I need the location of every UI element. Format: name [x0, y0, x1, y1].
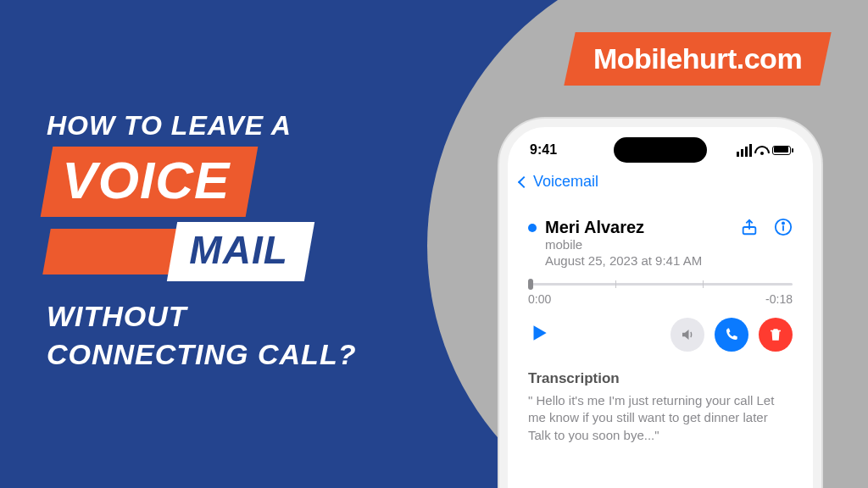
headline-line1: How to leave a [47, 110, 356, 141]
caller-source: mobile [545, 237, 702, 252]
headline-line5: connecting call? [47, 338, 356, 371]
brand-badge: Mobilehurt.com [564, 32, 832, 86]
back-button[interactable]: Voicemail [508, 164, 813, 194]
transcription-body: " Hello it's me I'm just returning your … [528, 392, 793, 444]
headline-mail-box: Mail [167, 222, 315, 281]
voicemail-header: Meri Alvarez mobile August 25, 2023 at 9… [528, 218, 793, 268]
headline-voice: Voice [62, 150, 230, 210]
battery-icon [772, 146, 791, 155]
chevron-left-icon [518, 175, 530, 187]
back-label: Voicemail [533, 173, 598, 191]
caller-name: Meri Alvarez [545, 218, 702, 237]
headline: How to leave a Voice Mail without connec… [47, 110, 356, 371]
voicemail-card: Meri Alvarez mobile August 25, 2023 at 9… [508, 194, 813, 452]
speaker-button[interactable] [670, 318, 704, 352]
playback-scrubber[interactable]: 0:00 -0:18 [528, 283, 793, 306]
voicemail-date: August 25, 2023 at 9:41 AM [545, 253, 702, 268]
phone-notch [614, 137, 707, 163]
playback-controls [528, 318, 793, 352]
remaining-time: -0:18 [765, 292, 793, 306]
headline-mail-row: Mail [47, 222, 356, 281]
share-button[interactable] [740, 218, 759, 240]
scrubber-knob-icon[interactable] [528, 279, 533, 290]
wifi-icon [755, 145, 769, 155]
headline-mail: Mail [189, 227, 287, 273]
svg-point-3 [782, 222, 784, 224]
delete-button[interactable] [759, 318, 793, 352]
elapsed-time: 0:00 [528, 292, 551, 306]
signal-icon [737, 144, 752, 157]
phone-mockup: 9:41 Voicemail Meri Alvarez mobile Augus… [499, 119, 821, 488]
headline-mail-accent [42, 229, 178, 274]
headline-line4: without [47, 300, 356, 333]
brand-text: Mobilehurt.com [593, 42, 802, 75]
headline-voice-box: Voice [41, 147, 259, 217]
status-icons [737, 144, 791, 157]
transcription-title: Transcription [528, 370, 793, 387]
status-time: 9:41 [530, 142, 557, 158]
call-button[interactable] [715, 318, 748, 352]
unread-dot-icon [528, 224, 537, 232]
info-button[interactable] [774, 218, 793, 240]
transcription-section: Transcription " Hello it's me I'm just r… [528, 370, 793, 444]
play-button[interactable] [528, 322, 550, 347]
